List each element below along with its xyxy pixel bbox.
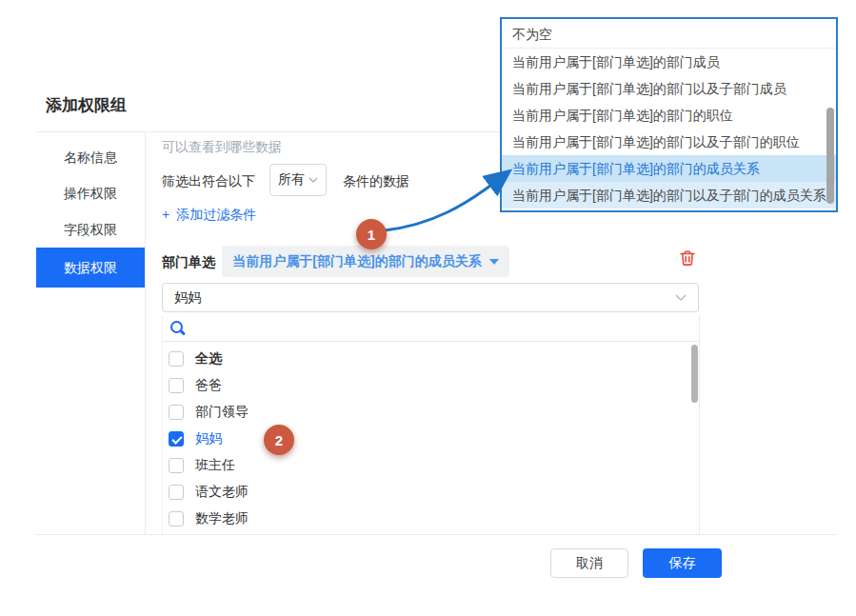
sidebar-divider (145, 131, 146, 534)
page-title: 添加权限组 (46, 94, 127, 116)
data-scope-hint: 可以查看到哪些数据 (162, 139, 282, 156)
option-list: 全选爸爸部门领导妈妈班主任语文老师数学老师 (163, 342, 699, 532)
option-row[interactable]: 全选 (163, 346, 699, 372)
option-row[interactable]: 部门领导 (163, 399, 699, 426)
option-label: 数学老师 (195, 510, 249, 527)
option-label: 妈妈 (195, 430, 222, 447)
dropdown-option-7[interactable]: 当前用户属于[部门单选]的部门以及子部门的成员关系 (502, 182, 836, 209)
search-icon (170, 321, 186, 336)
sidebar-item-3[interactable]: 字段权限 (36, 211, 145, 248)
checkbox-unchecked[interactable] (169, 511, 184, 527)
option-label: 部门领导 (195, 404, 249, 421)
option-row[interactable]: 妈妈 (163, 426, 699, 452)
condition-dropdown: 不为空当前用户属于[部门单选]的部门成员当前用户属于[部门单选]的部门以及子部门… (500, 17, 838, 212)
option-row[interactable]: 语文老师 (163, 479, 699, 506)
sidebar-item-2[interactable]: 操作权限 (36, 175, 145, 211)
option-row[interactable]: 爸爸 (163, 372, 699, 399)
option-label: 班主任 (195, 457, 235, 474)
checkbox-unchecked[interactable] (169, 405, 184, 420)
dropdown-option-5[interactable]: 当前用户属于[部门单选]的部门以及子部门的职位 (502, 129, 836, 155)
trash-icon (678, 248, 697, 268)
option-search-row[interactable] (163, 315, 699, 342)
sidebar: 名称信息操作权限字段权限数据权限 (36, 139, 145, 288)
field-label-department: 部门单选 (162, 254, 215, 271)
option-list-scrollbar[interactable] (691, 345, 698, 403)
chevron-down-icon (309, 177, 318, 183)
condition-trigger[interactable]: 当前用户属于[部门单选]的部门的成员关系 (222, 246, 509, 277)
save-button[interactable]: 保存 (643, 548, 722, 578)
annotation-badge-1: 1 (356, 219, 387, 249)
checkbox-checked[interactable] (169, 431, 184, 447)
checkbox-unchecked[interactable] (169, 485, 184, 500)
cancel-button[interactable]: 取消 (550, 548, 628, 578)
option-label: 爸爸 (195, 377, 222, 394)
checkbox-unchecked[interactable] (169, 458, 184, 473)
condition-trigger-label: 当前用户属于[部门单选]的部门的成员关系 (232, 253, 481, 270)
department-value: 妈妈 (174, 289, 201, 307)
plus-icon: + (162, 207, 169, 224)
caret-down-icon (489, 259, 499, 265)
filter-suffix-label: 条件的数据 (343, 173, 409, 190)
dropdown-option-1[interactable]: 不为空 (502, 21, 836, 49)
option-row[interactable]: 数学老师 (163, 506, 699, 532)
annotation-badge-2: 2 (264, 425, 294, 455)
footer-divider (36, 534, 836, 535)
option-label: 语文老师 (195, 484, 249, 501)
delete-condition-button[interactable] (678, 248, 697, 268)
add-permission-group-dialog: 添加权限组 名称信息操作权限字段权限数据权限 可以查看到哪些数据 筛选出符合以下… (0, 0, 856, 616)
sidebar-item-4[interactable]: 数据权限 (36, 248, 145, 288)
dropdown-option-6[interactable]: 当前用户属于[部门单选]的部门的成员关系 (502, 155, 836, 182)
filter-prefix-label: 筛选出符合以下 (162, 173, 255, 190)
option-label: 全选 (195, 350, 222, 368)
dropdown-option-3[interactable]: 当前用户属于[部门单选]的部门以及子部门成员 (502, 75, 836, 102)
department-option-panel: 全选爸爸部门领导妈妈班主任语文老师数学老师 (162, 315, 700, 534)
option-row[interactable]: 班主任 (163, 452, 699, 479)
filter-mode-select[interactable]: 所有 (269, 164, 327, 196)
department-value-select[interactable]: 妈妈 (162, 283, 699, 312)
dropdown-option-2[interactable]: 当前用户属于[部门单选]的部门成员 (502, 49, 836, 75)
dropdown-option-4[interactable]: 当前用户属于[部门单选]的部门的职位 (502, 102, 836, 129)
add-filter-condition-link[interactable]: + 添加过滤条件 (162, 207, 256, 224)
filter-mode-value: 所有 (278, 171, 305, 189)
checkbox-unchecked[interactable] (169, 378, 184, 393)
add-filter-condition-label: 添加过滤条件 (176, 207, 256, 224)
chevron-down-icon (675, 294, 687, 301)
dropdown-scrollbar[interactable] (826, 108, 834, 204)
checkbox-unchecked[interactable] (169, 351, 184, 367)
sidebar-item-1[interactable]: 名称信息 (36, 139, 145, 175)
